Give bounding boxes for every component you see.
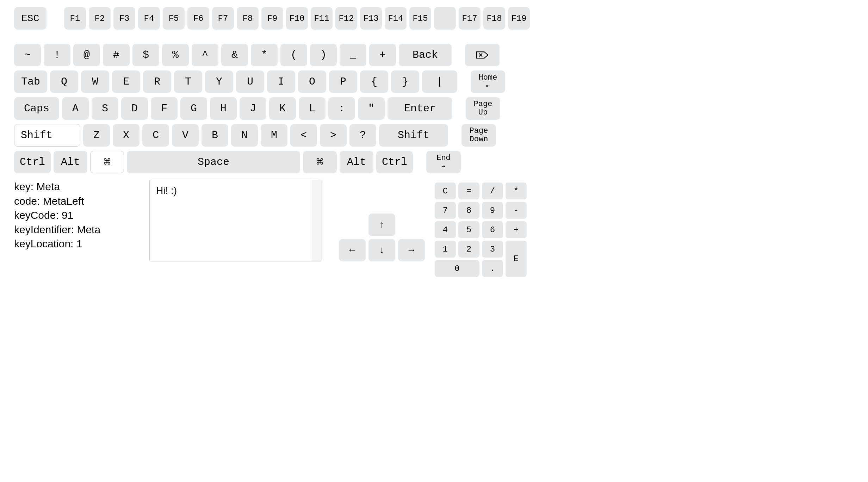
y-key[interactable]: Y xyxy=(205,70,233,93)
h-key[interactable]: H xyxy=(210,97,237,120)
home-key[interactable]: Home ⇤ xyxy=(471,70,505,93)
semicolon-key[interactable]: : xyxy=(328,97,355,120)
f7-key[interactable]: F7 xyxy=(212,7,234,30)
p-key[interactable]: P xyxy=(329,70,357,93)
x-key[interactable]: X xyxy=(113,124,140,147)
numpad-multiply-key[interactable]: * xyxy=(506,183,527,199)
numpad-9-key[interactable]: 9 xyxy=(482,202,503,219)
f13-key[interactable]: F13 xyxy=(360,7,382,30)
i-key[interactable]: I xyxy=(267,70,295,93)
numpad-7-key[interactable]: 7 xyxy=(435,202,456,219)
numpad-add-key[interactable]: + xyxy=(506,221,527,238)
numpad-subtract-key[interactable]: - xyxy=(506,202,527,219)
tab-key[interactable]: Tab xyxy=(14,70,47,93)
minus-key[interactable]: _ xyxy=(340,44,366,66)
g-key[interactable]: G xyxy=(180,97,207,120)
f16-key[interactable] xyxy=(434,7,456,30)
r-key[interactable]: R xyxy=(143,70,171,93)
u-key[interactable]: U xyxy=(236,70,264,93)
k-key[interactable]: K xyxy=(269,97,296,120)
f1-key[interactable]: F1 xyxy=(64,7,86,30)
page-up-key[interactable]: Page Up xyxy=(466,97,500,120)
one-key[interactable]: ! xyxy=(44,44,70,66)
numpad-enter-key[interactable]: E xyxy=(506,241,527,277)
v-key[interactable]: V xyxy=(172,124,199,147)
control-left-key[interactable]: Ctrl xyxy=(14,151,51,173)
f15-key[interactable]: F15 xyxy=(409,7,431,30)
a-key[interactable]: A xyxy=(62,97,89,120)
numpad-clear-key[interactable]: C xyxy=(435,183,456,199)
b-key[interactable]: B xyxy=(202,124,228,147)
backtick-key[interactable]: ~ xyxy=(14,44,41,66)
numpad-8-key[interactable]: 8 xyxy=(458,202,479,219)
f14-key[interactable]: F14 xyxy=(385,7,407,30)
f18-key[interactable]: F18 xyxy=(483,7,505,30)
f8-key[interactable]: F8 xyxy=(237,7,259,30)
f5-key[interactable]: F5 xyxy=(163,7,185,30)
delete-key[interactable] xyxy=(465,44,500,66)
l-key[interactable]: L xyxy=(299,97,326,120)
capslock-key[interactable]: Caps xyxy=(14,97,59,120)
eight-key[interactable]: * xyxy=(251,44,278,66)
period-key[interactable]: > xyxy=(320,124,347,147)
f12-key[interactable]: F12 xyxy=(335,7,357,30)
alt-left-key[interactable]: Alt xyxy=(54,151,87,173)
w-key[interactable]: W xyxy=(81,70,109,93)
numpad-3-key[interactable]: 3 xyxy=(482,241,503,258)
comma-key[interactable]: < xyxy=(290,124,317,147)
text-input-area[interactable]: Hi! :) xyxy=(149,180,322,261)
o-key[interactable]: O xyxy=(298,70,326,93)
m-key[interactable]: M xyxy=(261,124,287,147)
f17-key[interactable]: F17 xyxy=(459,7,480,30)
four-key[interactable]: $ xyxy=(132,44,159,66)
page-down-key[interactable]: Page Down xyxy=(461,124,496,147)
equals-key[interactable]: + xyxy=(369,44,396,66)
backslash-key[interactable]: | xyxy=(422,70,457,93)
numpad-4-key[interactable]: 4 xyxy=(435,221,456,238)
control-right-key[interactable]: Ctrl xyxy=(376,151,413,173)
f11-key[interactable]: F11 xyxy=(311,7,333,30)
three-key[interactable]: # xyxy=(103,44,130,66)
arrow-up-key[interactable]: ↑ xyxy=(368,214,395,236)
f6-key[interactable]: F6 xyxy=(187,7,209,30)
zero-key[interactable]: ) xyxy=(310,44,337,66)
bracket-left-key[interactable]: { xyxy=(360,70,388,93)
meta-right-key[interactable]: ⌘ xyxy=(303,151,337,173)
quote-key[interactable]: " xyxy=(358,97,385,120)
shift-right-key[interactable]: Shift xyxy=(379,124,448,147)
two-key[interactable]: @ xyxy=(73,44,100,66)
backspace-key[interactable]: Back xyxy=(399,44,452,66)
nine-key[interactable]: ( xyxy=(280,44,307,66)
q-key[interactable]: Q xyxy=(50,70,78,93)
enter-key[interactable]: Enter xyxy=(388,97,452,120)
escape-key[interactable]: ESC xyxy=(14,7,46,30)
d-key[interactable]: D xyxy=(121,97,148,120)
numpad-2-key[interactable]: 2 xyxy=(458,241,479,258)
meta-left-key[interactable]: ⌘ xyxy=(90,151,124,173)
shift-left-key[interactable]: Shift xyxy=(14,124,80,147)
arrow-down-key[interactable]: ↓ xyxy=(368,239,395,261)
five-key[interactable]: % xyxy=(162,44,189,66)
n-key[interactable]: N xyxy=(231,124,258,147)
numpad-5-key[interactable]: 5 xyxy=(458,221,479,238)
f10-key[interactable]: F10 xyxy=(286,7,308,30)
space-key[interactable]: Space xyxy=(127,151,300,173)
numpad-divide-key[interactable]: / xyxy=(482,183,503,199)
slash-key[interactable]: ? xyxy=(349,124,376,147)
arrow-right-key[interactable]: → xyxy=(398,239,425,261)
textarea-scrollbar[interactable] xyxy=(312,180,322,261)
end-key[interactable]: End ⇥ xyxy=(426,151,461,173)
arrow-left-key[interactable]: ← xyxy=(339,239,366,261)
s-key[interactable]: S xyxy=(92,97,118,120)
f3-key[interactable]: F3 xyxy=(113,7,135,30)
z-key[interactable]: Z xyxy=(83,124,110,147)
f2-key[interactable]: F2 xyxy=(89,7,111,30)
bracket-right-key[interactable]: } xyxy=(391,70,419,93)
numpad-6-key[interactable]: 6 xyxy=(482,221,503,238)
c-key[interactable]: C xyxy=(142,124,169,147)
t-key[interactable]: T xyxy=(174,70,202,93)
numpad-equals-key[interactable]: = xyxy=(458,183,479,199)
f19-key[interactable]: F19 xyxy=(508,7,530,30)
numpad-1-key[interactable]: 1 xyxy=(435,241,456,258)
alt-right-key[interactable]: Alt xyxy=(340,151,373,173)
